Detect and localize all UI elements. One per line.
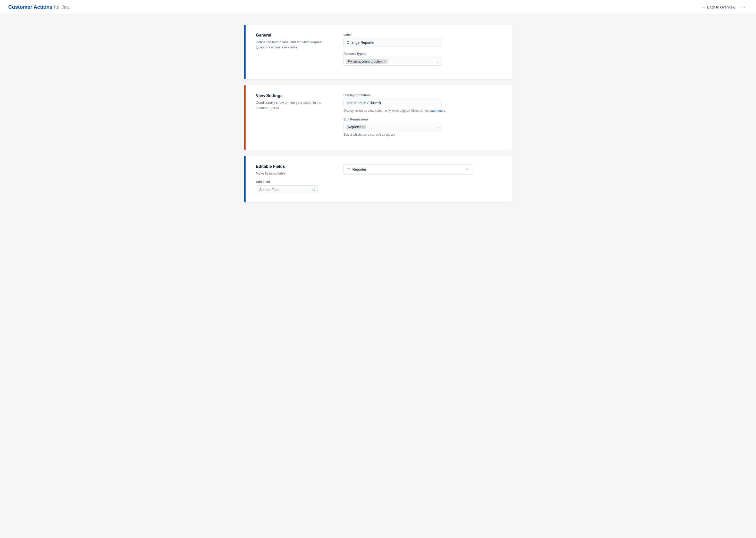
display-condition-hint-text: Display action on view screen only when … [344,109,429,113]
app-header: Customer Actions for Jira ← Back to Over… [0,0,756,15]
request-type-tag: Fix an account problem × [346,59,388,64]
app-subtitle: for Jira [53,4,70,10]
display-condition-input[interactable] [344,99,441,107]
permission-tag-label: Reporter [348,125,361,129]
edit-permissions-label: Edit Permissions [344,118,502,121]
view-settings-title: View Settings [256,93,328,98]
view-settings-card-inner: View Settings Conditionally show or hide… [246,85,512,150]
edit-permissions-chevron-icon: ⌄ [436,125,439,129]
view-settings-right: Display Condition: Display action on vie… [344,93,502,141]
request-type-tag-label: Fix an account problem [348,59,383,63]
editable-fields-section-card: Editable Fields Make fields editable Add… [244,156,512,202]
editable-fields-right: ≡ Reporter × [344,164,502,194]
search-field-input[interactable] [256,185,318,194]
arrow-left-icon: ← [702,5,706,9]
remove-request-type-button[interactable]: × [384,60,386,63]
request-types-form-group: Request Types: Fix an account problem × … [344,52,502,66]
general-left: General Define the button label and for … [256,33,328,71]
label-field-label: Label: [344,33,502,36]
display-condition-hint: Display action on view screen only when … [344,109,502,113]
back-to-overview-link[interactable]: ← Back to Overview [702,5,735,9]
request-types-chevron-icon: ⌄ [436,60,439,63]
edit-permissions-tags: Reporter × [346,125,366,130]
remove-field-button[interactable]: × [466,167,469,172]
search-field-wrapper [256,185,318,194]
editable-fields-left: Editable Fields Make fields editable Add… [256,164,328,194]
request-types-select[interactable]: Fix an account problem × ⌄ [344,57,441,66]
learn-more-link[interactable]: Learn more [429,109,445,113]
view-settings-left: View Settings Conditionally show or hide… [256,93,328,141]
editable-fields-title: Editable Fields [256,164,328,169]
remove-permission-tag-button[interactable]: × [362,125,364,129]
request-types-tags: Fix an account problem × [346,59,388,64]
drag-handle-icon[interactable]: ≡ [347,167,350,172]
general-title: General [256,33,328,37]
permission-tag: Reporter × [346,125,366,130]
field-row-left: ≡ Reporter [347,167,366,172]
label-input[interactable] [344,38,441,47]
app-brand: Customer Actions [8,4,53,10]
label-form-group: Label: [344,33,502,47]
general-card-inner: General Define the button label and for … [246,25,512,79]
edit-permissions-form-group: Edit Permissions Reporter × ⌄ Select whi… [344,118,502,136]
display-condition-label: Display Condition: [344,93,502,97]
main-content: General Define the button label and for … [223,15,533,219]
general-description: Define the button label and for which re… [256,40,328,50]
display-condition-form-group: Display Condition: Display action on vie… [344,93,502,113]
add-field-label: Add Field [256,180,328,184]
app-title: Customer Actions for Jira [8,4,70,10]
editable-fields-card-inner: Editable Fields Make fields editable Add… [246,156,512,202]
back-link-label: Back to Overview [707,5,735,9]
field-name-label: Reporter [352,167,366,172]
view-settings-section-card: View Settings Conditionally show or hide… [244,85,512,150]
editable-field-row: ≡ Reporter × [344,164,472,175]
edit-permissions-select[interactable]: Reporter × ⌄ [344,123,441,131]
more-options-button[interactable]: ··· [738,3,748,11]
request-types-label: Request Types: [344,52,502,56]
general-section-card: General Define the button label and for … [244,25,512,79]
general-right: Label: Request Types: Fix an account pro… [344,33,502,71]
view-settings-description: Conditionally show or hide your action i… [256,100,328,110]
header-actions: ← Back to Overview ··· [702,3,748,11]
editable-fields-description: Make fields editable [256,171,328,176]
permissions-hint-text: Select which users can edit a request [344,133,502,136]
